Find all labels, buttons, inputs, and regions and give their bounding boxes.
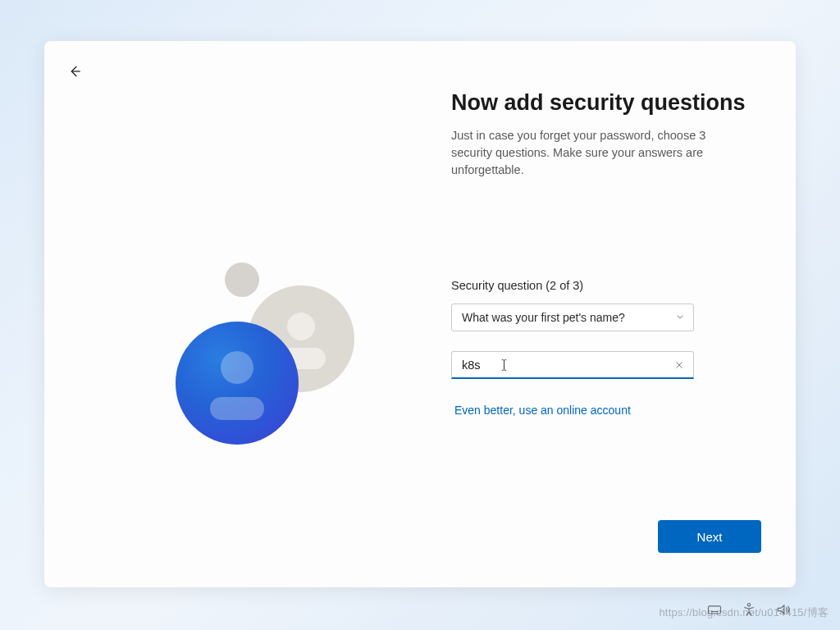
selected-question-text: What was your first pet's name? <box>462 311 625 324</box>
accessibility-button[interactable] <box>740 600 758 619</box>
back-button[interactable] <box>62 59 87 84</box>
content-header: Now add security questions Just in case … <box>451 90 763 179</box>
illustration-avatar-blue <box>176 322 299 445</box>
page-subtitle: Just in case you forget your password, c… <box>451 127 738 179</box>
answer-input[interactable] <box>452 352 693 377</box>
input-method-button[interactable] <box>705 600 724 619</box>
next-button[interactable]: Next <box>658 520 761 553</box>
close-icon <box>674 360 684 370</box>
arrow-left-icon <box>67 64 82 79</box>
page-title: Now add security questions <box>451 90 763 116</box>
use-online-account-link[interactable]: Even better, use an online account <box>454 404 694 417</box>
answer-input-wrapper <box>451 351 694 379</box>
volume-button[interactable] <box>774 600 792 619</box>
chevron-down-icon <box>675 311 685 324</box>
oobe-card: Now add security questions Just in case … <box>44 41 796 587</box>
taskbar-tray <box>705 600 792 619</box>
user-illustration <box>143 262 372 459</box>
volume-icon <box>775 601 792 618</box>
accessibility-icon <box>741 601 757 618</box>
svg-rect-0 <box>709 606 721 614</box>
security-question-form: Security question (2 of 3) What was your… <box>451 279 694 417</box>
svg-point-1 <box>747 604 750 606</box>
keyboard-icon <box>706 601 723 618</box>
illustration-dot <box>225 262 259 297</box>
clear-input-button[interactable] <box>672 358 687 372</box>
security-question-select[interactable]: What was your first pet's name? <box>451 304 694 331</box>
question-progress-label: Security question (2 of 3) <box>451 279 694 292</box>
